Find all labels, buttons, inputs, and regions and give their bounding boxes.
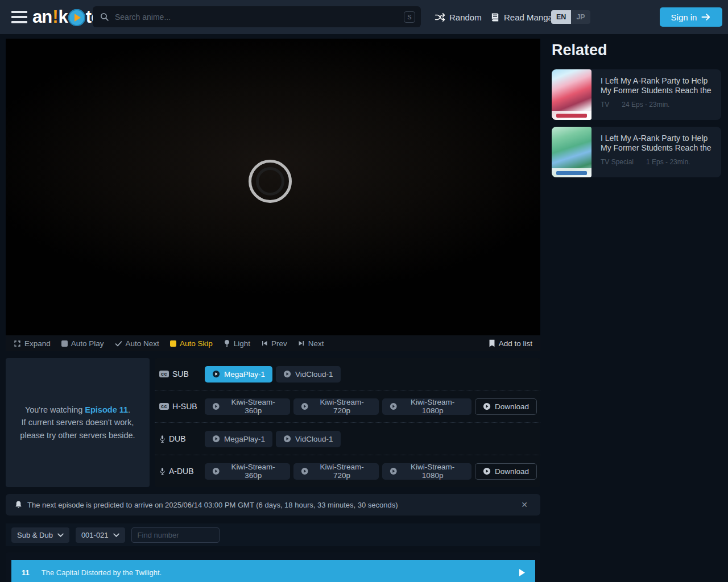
logo-text: k — [59, 7, 68, 27]
play-circle-icon — [301, 402, 309, 410]
episode-range-dropdown[interactable]: 001-021 — [76, 527, 125, 543]
sub-dub-dropdown[interactable]: Sub & Dub — [11, 527, 69, 543]
play-logo-icon — [68, 9, 85, 26]
server-row-sub: cc SUB MegaPlay-1 VidCloud-1 — [155, 358, 540, 390]
episode-title: The Capital Distorted by the Twilight. — [42, 568, 507, 577]
server-type-label: DUB — [159, 434, 205, 443]
server-row-adub: A-DUB Kiwi-Stream-360p Kiwi-Stream-720p … — [155, 455, 540, 487]
related-eps: 1 Eps - 23min. — [646, 158, 690, 166]
skip-previous-icon — [261, 340, 268, 347]
auto-next-toggle[interactable]: Auto Next — [115, 339, 159, 348]
logo-bang: ! — [52, 7, 58, 27]
related-title[interactable]: I Left My A-Rank Party to Help My Former… — [601, 76, 714, 95]
lightbulb-icon — [224, 339, 230, 347]
find-episode-input[interactable] — [131, 527, 220, 543]
play-icon — [519, 569, 525, 576]
server-button[interactable]: Kiwi-Stream-720p — [293, 463, 379, 480]
server-button[interactable]: VidCloud-1 — [276, 431, 341, 447]
server-button[interactable]: VidCloud-1 — [276, 366, 341, 383]
server-panel: cc SUB MegaPlay-1 VidCloud-1 cc H-SUB — [155, 358, 540, 487]
server-button[interactable]: MegaPlay-1 — [205, 366, 272, 383]
microphone-icon — [159, 435, 166, 443]
prev-episode-button[interactable]: Prev — [261, 339, 287, 348]
search-input[interactable] — [115, 13, 404, 22]
player-controls-bar: Expand Auto Play Auto Next Auto Skip Lig… — [6, 335, 540, 351]
chevron-down-icon — [57, 533, 64, 537]
add-to-list-button[interactable]: Add to list — [489, 339, 532, 348]
related-title[interactable]: I Left My A-Rank Party to Help My Former… — [601, 134, 714, 152]
next-episode-notification: The next episode is predicted to arrive … — [6, 494, 540, 516]
light-toggle[interactable]: Light — [224, 339, 250, 348]
bookmark-icon — [489, 339, 495, 347]
watching-info-panel: You're watching Episode 11.If current se… — [6, 358, 150, 487]
play-circle-icon — [483, 402, 491, 410]
related-card[interactable]: I Left My A-Rank Party to Help My Former… — [552, 127, 721, 177]
server-type-label: cc H-SUB — [159, 402, 205, 411]
next-episode-button[interactable]: Next — [298, 339, 324, 348]
menu-icon[interactable] — [11, 11, 27, 23]
download-button[interactable]: Download — [475, 463, 537, 480]
server-button[interactable]: MegaPlay-1 — [205, 431, 272, 447]
server-button[interactable]: Kiwi-Stream-360p — [205, 463, 290, 480]
lang-jp-button[interactable]: JP — [571, 10, 590, 24]
related-eps: 24 Eps - 23min. — [622, 101, 669, 109]
cc-icon: cc — [159, 403, 169, 410]
related-type: TV — [601, 101, 609, 109]
chevron-down-icon — [113, 533, 119, 537]
episode-row-current[interactable]: 11 The Capital Distorted by the Twilight… — [11, 560, 535, 582]
play-circle-icon — [390, 467, 398, 475]
logo-text: an — [32, 7, 52, 27]
server-type-label: cc SUB — [159, 369, 205, 379]
check-icon — [115, 340, 122, 347]
play-circle-icon — [212, 467, 220, 475]
navbar: an!kto S Random Read Manga EN JP Sign in — [0, 0, 728, 34]
related-sidebar: Related I Left My A-Rank Party to Help M… — [552, 39, 721, 59]
related-type: TV Special — [601, 158, 634, 166]
related-meta: TV 24 Eps - 23min. — [601, 101, 714, 109]
shuffle-icon — [435, 12, 445, 23]
auto-skip-toggle[interactable]: Auto Skip — [170, 339, 213, 348]
play-circle-icon — [212, 435, 220, 443]
play-circle-icon — [283, 435, 291, 443]
play-circle-icon — [301, 467, 309, 475]
server-button[interactable]: Kiwi-Stream-1080p — [382, 398, 471, 415]
page: an!kto S Random Read Manga EN JP Sign in — [0, 0, 728, 582]
video-player[interactable] — [6, 39, 540, 335]
related-heading: Related — [552, 41, 721, 59]
square-icon — [61, 340, 68, 347]
related-card[interactable]: I Left My A-Rank Party to Help My Former… — [552, 69, 721, 120]
random-label: Random — [449, 13, 482, 22]
episode-link[interactable]: Episode 11 — [85, 405, 128, 414]
server-button[interactable]: Kiwi-Stream-720p — [293, 398, 379, 415]
skip-next-icon — [298, 340, 305, 347]
site-logo[interactable]: an!kto — [32, 5, 101, 29]
search-icon — [100, 12, 109, 22]
server-button[interactable]: Kiwi-Stream-1080p — [382, 463, 471, 480]
server-button[interactable]: Kiwi-Stream-360p — [205, 398, 290, 415]
server-row-hsub: cc H-SUB Kiwi-Stream-360p Kiwi-Stream-72… — [155, 390, 540, 423]
square-icon — [170, 340, 176, 347]
auto-play-toggle[interactable]: Auto Play — [61, 339, 104, 348]
notification-text: The next episode is predicted to arrive … — [27, 501, 512, 509]
play-circle-icon — [212, 370, 220, 378]
sign-in-button[interactable]: Sign in — [660, 7, 722, 27]
read-manga-button[interactable]: Read Manga — [490, 0, 553, 34]
play-circle-icon — [283, 370, 291, 378]
related-thumbnail[interactable] — [552, 127, 592, 177]
lang-en-button[interactable]: EN — [551, 10, 571, 24]
close-icon[interactable]: ✕ — [518, 500, 531, 509]
play-circle-icon — [212, 402, 220, 410]
loading-spinner-icon — [249, 160, 292, 203]
search-bar[interactable]: S — [93, 6, 421, 27]
related-thumbnail[interactable] — [552, 69, 592, 120]
arrow-right-icon — [701, 13, 711, 21]
random-button[interactable]: Random — [435, 0, 482, 34]
expand-button[interactable]: Expand — [14, 339, 51, 348]
episode-number: 11 — [22, 568, 30, 577]
cc-icon: cc — [159, 371, 169, 377]
microphone-icon — [159, 467, 166, 476]
server-type-label: A-DUB — [159, 467, 205, 476]
download-button[interactable]: Download — [475, 398, 537, 415]
episode-list: 11 The Capital Distorted by the Twilight… — [6, 552, 540, 582]
server-row-dub: DUB MegaPlay-1 VidCloud-1 — [155, 423, 540, 455]
